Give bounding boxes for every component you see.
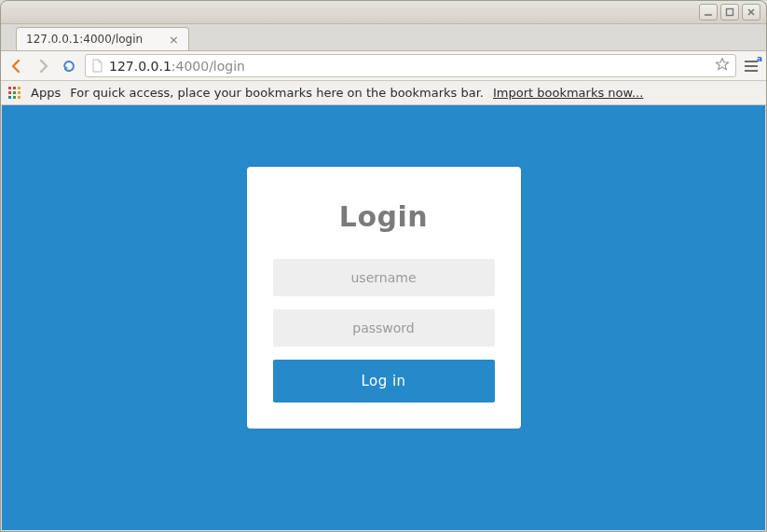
- svg-marker-5: [716, 59, 729, 70]
- bookmarks-bar: Apps For quick access, place your bookma…: [1, 81, 766, 105]
- apps-label[interactable]: Apps: [31, 86, 61, 100]
- url-rest: :4000/login: [171, 59, 245, 74]
- window-maximize-button[interactable]: [720, 4, 739, 20]
- login-heading: Login: [273, 200, 495, 233]
- tab-strip: 127.0.0.1:4000/login ×: [1, 24, 766, 50]
- window-titlebar: [1, 1, 766, 24]
- bookmarks-hint-text: For quick access, place your bookmarks h…: [70, 86, 484, 100]
- page-viewport: Login Log in: [2, 105, 765, 530]
- reload-button[interactable]: [59, 56, 79, 76]
- window-close-button[interactable]: [742, 4, 760, 20]
- window-minimize-button[interactable]: [699, 4, 718, 20]
- password-input[interactable]: [273, 309, 495, 347]
- bookmark-star-icon[interactable]: [715, 57, 730, 75]
- browser-tab[interactable]: 127.0.0.1:4000/login ×: [16, 27, 189, 50]
- tab-close-icon[interactable]: ×: [167, 34, 181, 46]
- reload-icon: [62, 59, 76, 74]
- login-card: Login Log in: [247, 167, 521, 429]
- url-host: 127.0.0.1: [109, 59, 171, 74]
- apps-grid-icon[interactable]: [8, 87, 21, 100]
- username-input[interactable]: [273, 259, 495, 296]
- back-button[interactable]: [7, 56, 27, 76]
- forward-arrow-icon: [35, 59, 50, 74]
- address-bar[interactable]: 127.0.0.1:4000/login: [85, 54, 736, 77]
- browser-menu-button[interactable]: a: [742, 56, 760, 76]
- forward-button[interactable]: [33, 56, 53, 76]
- page-icon: [91, 59, 103, 73]
- login-submit-button[interactable]: Log in: [273, 360, 495, 402]
- tab-title: 127.0.0.1:4000/login: [26, 33, 167, 46]
- import-bookmarks-link[interactable]: Import bookmarks now...: [493, 86, 643, 100]
- window-controls: [699, 4, 760, 20]
- url-text: 127.0.0.1:4000/login: [109, 59, 245, 74]
- browser-window: 127.0.0.1:4000/login × 127.0.0.1:4000/lo…: [0, 0, 767, 532]
- back-arrow-icon: [9, 59, 24, 74]
- browser-toolbar: 127.0.0.1:4000/login a: [1, 50, 766, 81]
- svg-rect-1: [727, 9, 733, 16]
- hamburger-icon: [745, 65, 758, 67]
- menu-badge: a: [757, 54, 762, 63]
